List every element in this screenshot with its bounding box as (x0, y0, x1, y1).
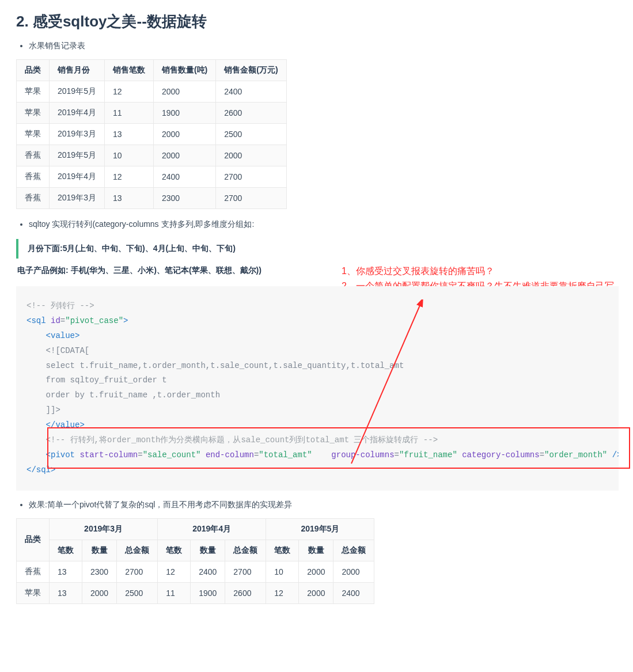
table-cell: 11 (158, 582, 191, 603)
table-cell: 12 (266, 582, 299, 603)
table-cell: 12 (158, 561, 191, 582)
code-eq: = (540, 450, 544, 460)
sales-table: 品类 销售月份 销售笔数 销售数量(吨) 销售金额(万元) 苹果2019年5月1… (16, 59, 287, 209)
table-cell: 13 (50, 561, 82, 582)
code-tag: /> (607, 450, 619, 460)
col-header-month: 2019年3月 (50, 518, 158, 540)
bullet-list-2: sqltoy 实现行转列(category-columns 支持多列,即多维度分… (16, 219, 617, 230)
table-cell: 12 (104, 166, 153, 188)
code-text: <![CDATA[ (46, 346, 90, 355)
bullet-item: sqltoy 实现行转列(category-columns 支持多列,即多维度分… (29, 219, 617, 230)
table-cell: 2300 (82, 561, 117, 582)
table-cell: 2400 (191, 561, 225, 582)
table-cell: 2019年4月 (50, 166, 105, 188)
col-header: 品类 (17, 60, 50, 81)
code-str: "total_amt" (259, 450, 312, 460)
code-tag: <pivot (46, 450, 80, 460)
bullet-list-1: 水果销售记录表 (16, 41, 617, 51)
col-subheader: 笔数 (266, 540, 299, 561)
table-row: 香蕉132300270012240027001020002000 (17, 561, 374, 582)
code-attr: end-column (206, 450, 254, 460)
code-attr: start-column (79, 450, 138, 460)
code-tag: </value> (46, 420, 85, 430)
col-header: 销售数量(吨) (153, 60, 215, 81)
col-subheader: 笔数 (50, 540, 82, 561)
table-cell: 2300 (153, 188, 215, 209)
table-cell: 2019年5月 (50, 81, 105, 102)
table-cell: 1900 (153, 102, 215, 124)
bullet-item: 效果:简单一个pivot代替了复杂的sql，而且不用考虑不同数据库的实现差异 (29, 500, 617, 510)
table-cell: 2000 (299, 582, 333, 603)
code-attr: category-columns (462, 450, 539, 460)
table-cell: 2500 (216, 124, 286, 145)
table-cell: 香蕉 (17, 166, 50, 188)
table-cell: 苹果 (17, 124, 50, 145)
table-cell: 2700 (216, 188, 286, 209)
table-cell: 2700 (216, 166, 286, 188)
code-tag: </sql> (26, 465, 55, 474)
code-block-xml: <!-- 列转行 --> <sql id="pivot_case"> <valu… (16, 286, 619, 491)
code-str: "sale_count" (143, 450, 201, 460)
col-header-month: 2019年4月 (158, 518, 266, 540)
table-cell: 1900 (191, 582, 225, 603)
table-cell: 2019年3月 (50, 188, 105, 209)
table-row: 苹果2019年4月1119002600 (17, 102, 287, 124)
table-row: 香蕉2019年5月1020002000 (17, 145, 287, 166)
code-attr: group-columns (331, 450, 394, 460)
table-cell: 2000 (216, 145, 286, 166)
col-header-month: 2019年5月 (266, 518, 374, 540)
code-gap (312, 450, 332, 460)
col-subheader: 数量 (299, 540, 333, 561)
table-header-row: 品类 2019年3月 2019年4月 2019年5月 (17, 518, 374, 540)
table-cell: 12 (104, 81, 153, 102)
code-text: select t.fruit_name,t.order_month,t.sale… (46, 361, 404, 370)
table-row: 香蕉2019年3月1323002700 (17, 188, 287, 209)
table-cell: 2600 (216, 102, 286, 124)
table-cell: 香蕉 (17, 145, 50, 166)
table-row: 苹果2019年5月1220002400 (17, 81, 287, 102)
code-comment: <!-- 列转行 --> (26, 301, 94, 310)
table-cell: 11 (104, 102, 153, 124)
code-eq: = (60, 316, 65, 325)
table-subheader-row: 笔数数量总金额笔数数量总金额笔数数量总金额 (17, 540, 374, 561)
table-header-row: 品类 销售月份 销售笔数 销售数量(吨) 销售金额(万元) (17, 60, 287, 81)
code-str: "pivot_case" (65, 316, 123, 325)
col-subheader: 总金额 (117, 540, 158, 561)
table-cell: 2000 (299, 561, 333, 582)
table-cell: 13 (104, 188, 153, 209)
col-header: 品类 (17, 518, 50, 561)
code-eq: = (138, 450, 142, 460)
table-cell: 2400 (333, 582, 374, 603)
table-cell: 2019年5月 (50, 145, 105, 166)
table-cell: 2400 (216, 81, 286, 102)
code-comment: <!-- 行转列,将order_month作为分类横向标题，从sale_coun… (46, 435, 438, 445)
bullet-list-3: 效果:简单一个pivot代替了复杂的sql，而且不用考虑不同数据库的实现差异 (16, 500, 617, 510)
table-cell: 2700 (225, 561, 266, 582)
table-cell: 香蕉 (17, 561, 50, 582)
section-heading: 2. 感受sqltoy之美--数据旋转 (16, 12, 617, 32)
col-header: 销售月份 (50, 60, 105, 81)
annotation-line: 1、你感受过交叉报表旋转的痛苦吗？ (342, 264, 618, 279)
table-cell: 2400 (153, 166, 215, 188)
col-subheader: 数量 (82, 540, 117, 561)
table-cell: 苹果 (17, 582, 50, 603)
table-cell: 2000 (153, 145, 215, 166)
table-cell: 10 (266, 561, 299, 582)
col-subheader: 总金额 (225, 540, 266, 561)
table-cell: 2000 (333, 561, 374, 582)
table-cell: 2700 (117, 561, 158, 582)
code-tag: <sql (26, 316, 51, 325)
table-row: 苹果2019年3月1320002500 (17, 124, 287, 145)
table-cell: 2000 (153, 124, 215, 145)
code-tag: <value> (46, 331, 80, 340)
col-subheader: 笔数 (158, 540, 191, 561)
table-cell: 2019年3月 (50, 124, 105, 145)
table-row: 香蕉2019年4月1224002700 (17, 166, 287, 188)
bullet-item: 水果销售记录表 (29, 41, 617, 51)
code-tag: > (123, 316, 128, 325)
col-subheader: 数量 (191, 540, 225, 561)
table-cell: 苹果 (17, 102, 50, 124)
table-cell: 2600 (225, 582, 266, 603)
blockquote-months: 月份下面:5月(上旬、中旬、下旬)、4月(上旬、中旬、下旬) (16, 239, 617, 259)
code-text: ]]> (46, 405, 60, 415)
